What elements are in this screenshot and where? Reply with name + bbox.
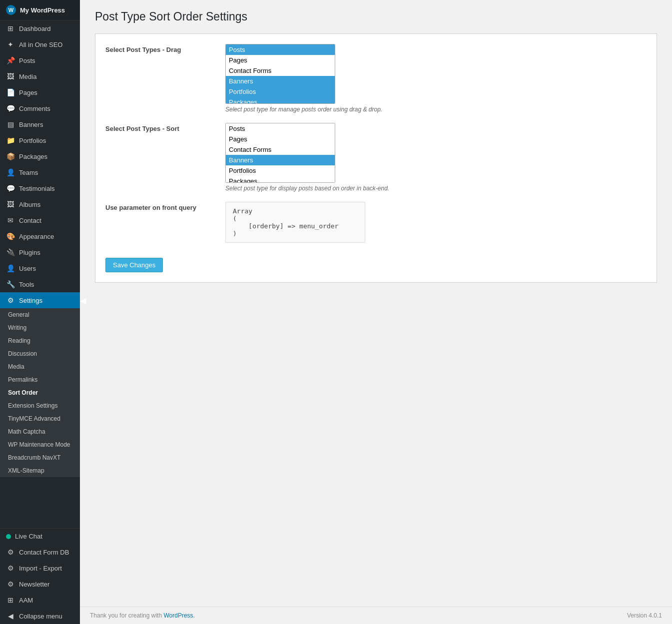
sidebar-item-settings[interactable]: ⚙ Settings ◀ [0, 292, 80, 308]
sidebar-item-collapse-menu[interactable]: ◀ Collapse menu [0, 608, 80, 624]
sidebar-item-testimonials[interactable]: 💬 Testimonials [0, 180, 80, 196]
sidebar-item-contact-form-db[interactable]: ⚙ Contact Form DB [0, 544, 80, 560]
sub-item-general[interactable]: General [0, 308, 80, 321]
newsletter-icon: ⚙ [6, 580, 15, 588]
sidebar-item-newsletter[interactable]: ⚙ Newsletter [0, 576, 80, 592]
save-row: Save Changes [105, 253, 647, 272]
sub-item-reading[interactable]: Reading [0, 334, 80, 347]
sub-item-math-captcha[interactable]: Math Captcha [0, 425, 80, 438]
sidebar-item-label: Settings [19, 297, 42, 304]
sidebar-item-label: Albums [19, 201, 40, 208]
footer-credit: Thank you for creating with WordPress. [90, 612, 195, 619]
sort-label: Select Post Types - Sort [105, 123, 215, 132]
comments-icon: 💬 [6, 104, 15, 112]
sidebar-item-label: Testimonials [19, 185, 55, 192]
media-icon: 🖼 [6, 72, 15, 80]
dashboard-icon: ⊞ [6, 24, 15, 32]
drag-label: Select Post Types - Drag [105, 44, 215, 53]
sub-item-tinymce[interactable]: TinyMCE Advanced [0, 412, 80, 425]
sidebar-item-pages[interactable]: 📄 Pages [0, 84, 80, 100]
sidebar-item-label: Contact [19, 217, 41, 224]
sub-item-media-sub[interactable]: Media [0, 360, 80, 373]
sidebar-item-label: Banners [19, 121, 43, 128]
sidebar-item-label: Collapse menu [19, 613, 62, 620]
sidebar-item-label: Comments [19, 105, 50, 112]
sort-control: Posts Pages Contact Forms Banners Portfo… [225, 123, 647, 192]
sidebar-item-albums[interactable]: 🖼 Albums [0, 196, 80, 212]
sidebar-item-appearance[interactable]: 🎨 Appearance [0, 228, 80, 244]
main-content: Post Type Sort Order Settings Select Pos… [80, 0, 672, 624]
sidebar-item-label: Newsletter [19, 581, 49, 588]
sidebar-item-label: Users [19, 265, 36, 272]
param-setting-row: Use parameter on front query Array( [ord… [105, 202, 647, 243]
sort-select[interactable]: Posts Pages Contact Forms Banners Portfo… [225, 123, 335, 183]
sidebar-item-import-export[interactable]: ⚙ Import - Export [0, 560, 80, 576]
banners-icon: ▤ [6, 120, 15, 128]
packages-icon: 📦 [6, 152, 15, 160]
sidebar-item-tools[interactable]: 🔧 Tools [0, 276, 80, 292]
sidebar-item-all-in-one-seo[interactable]: ✦ All in One SEO [0, 36, 80, 52]
sidebar-item-media[interactable]: 🖼 Media [0, 68, 80, 84]
sub-item-wp-maintenance[interactable]: WP Maintenance Mode [0, 438, 80, 451]
sidebar-item-contact[interactable]: ✉ Contact [0, 212, 80, 228]
sub-item-permalinks[interactable]: Permalinks [0, 373, 80, 386]
version-text: Version 4.0.1 [627, 612, 662, 619]
portfolios-icon: 📁 [6, 136, 15, 144]
collapse-icon: ◀ [6, 612, 15, 620]
sidebar-item-label: Pages [19, 89, 37, 96]
sidebar-logo[interactable]: W My WordPress [0, 0, 80, 20]
sidebar-item-portfolios[interactable]: 📁 Portfolios [0, 132, 80, 148]
sidebar-item-packages[interactable]: 📦 Packages [0, 148, 80, 164]
wordpress-link[interactable]: WordPress. [163, 612, 194, 619]
sidebar-item-label: Dashboard [19, 25, 51, 32]
seo-icon: ✦ [6, 40, 15, 48]
sub-item-discussion[interactable]: Discussion [0, 347, 80, 360]
sub-item-xml-sitemap[interactable]: XML-Sitemap [0, 464, 80, 477]
sub-item-breadcrumb[interactable]: Breadcrumb NavXT [0, 451, 80, 464]
sidebar-item-label: Teams [19, 169, 38, 176]
sidebar-item-label: Portfolios [19, 137, 46, 144]
sub-item-sort-order[interactable]: Sort Order [0, 386, 80, 399]
live-chat-dot-icon [6, 534, 11, 539]
sidebar-item-label: All in One SEO [19, 41, 62, 48]
contact-form-db-icon: ⚙ [6, 548, 15, 556]
sidebar-item-teams[interactable]: 👤 Teams [0, 164, 80, 180]
sidebar-item-banners[interactable]: ▤ Banners [0, 116, 80, 132]
sub-item-writing[interactable]: Writing [0, 321, 80, 334]
sub-item-extension-settings[interactable]: Extension Settings [0, 399, 80, 412]
sidebar-item-users[interactable]: 👤 Users [0, 260, 80, 276]
sidebar-item-label: Live Chat [15, 533, 42, 540]
sidebar-item-plugins[interactable]: 🔌 Plugins [0, 244, 80, 260]
drag-description: Select post type for manage posts order … [225, 106, 647, 113]
teams-icon: 👤 [6, 168, 15, 176]
tools-icon: 🔧 [6, 280, 15, 288]
array-code: Array( [orderby] => menu_order) [225, 202, 365, 243]
users-icon: 👤 [6, 264, 15, 272]
sidebar-item-comments[interactable]: 💬 Comments [0, 100, 80, 116]
sidebar-item-label: Import - Export [19, 565, 62, 572]
drag-listbox-wrap: Posts Pages Contact Forms Banners Portfo… [225, 44, 335, 104]
drag-setting-row: Select Post Types - Drag Posts Pages Con… [105, 44, 647, 113]
sidebar-item-dashboard[interactable]: ⊞ Dashboard [0, 20, 80, 36]
sidebar: W My WordPress ⊞ Dashboard ✦ All in One … [0, 0, 80, 624]
settings-icon: ⚙ [6, 296, 15, 304]
sidebar-item-live-chat[interactable]: Live Chat [0, 529, 80, 544]
sidebar-bottom: Live Chat ⚙ Contact Form DB ⚙ Import - E… [0, 528, 80, 624]
drag-select[interactable]: Posts Pages Contact Forms Banners Portfo… [225, 44, 335, 104]
sidebar-item-posts[interactable]: 📌 Posts [0, 52, 80, 68]
sidebar-item-label: Contact Form DB [19, 549, 69, 556]
sort-setting-row: Select Post Types - Sort Posts Pages Con… [105, 123, 647, 192]
sidebar-item-aam[interactable]: ⊞ AAM [0, 592, 80, 608]
testimonials-icon: 💬 [6, 184, 15, 192]
sidebar-item-label: Appearance [19, 233, 54, 240]
save-button[interactable]: Save Changes [105, 258, 163, 272]
drag-control: Posts Pages Contact Forms Banners Portfo… [225, 44, 647, 113]
sort-description: Select post type for display posts based… [225, 185, 647, 192]
param-label: Use parameter on front query [105, 202, 215, 211]
wp-logo-icon: W [6, 5, 16, 15]
contact-icon: ✉ [6, 216, 15, 224]
footer-bar: Thank you for creating with WordPress. V… [80, 607, 672, 624]
page-title: Post Type Sort Order Settings [95, 10, 657, 23]
appearance-icon: 🎨 [6, 232, 15, 240]
sidebar-item-label: Plugins [19, 249, 40, 256]
